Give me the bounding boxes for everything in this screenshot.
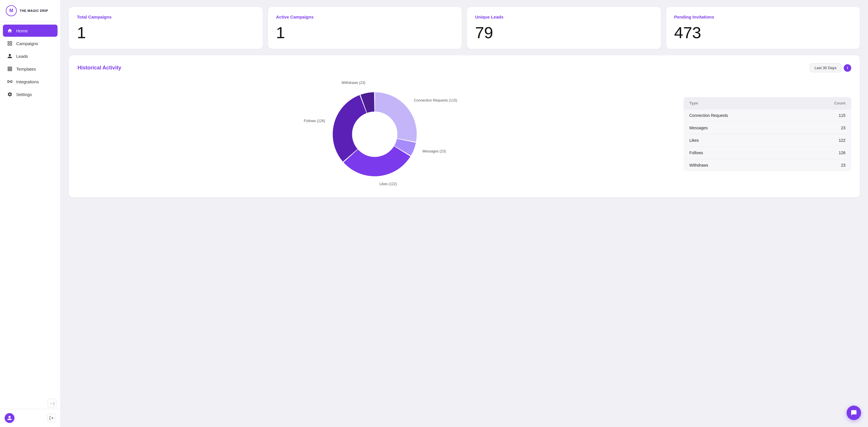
activity-title: Historical Activity [78,65,121,71]
svg-rect-3 [10,44,12,45]
activity-filter: Last 30 Days i [810,63,851,72]
stat-value-active-campaigns: 1 [276,25,454,41]
table-cell-count: 122 [799,134,851,147]
col-header-count: Count [799,97,851,109]
logout-icon[interactable] [47,414,56,422]
donut-label-likes: Likes (122) [379,182,397,186]
sidebar-footer [0,409,60,427]
table-row: Connection Requests115 [684,109,851,122]
filter-button[interactable]: Last 30 Days [810,63,841,72]
col-header-type: Type [684,97,799,109]
sidebar-item-leads-label: Leads [16,54,28,59]
leads-icon [7,53,13,59]
sidebar-logo: M THE MAGIC DRIP [0,0,60,22]
table-cell-type: Likes [684,134,799,147]
historical-activity-card: Historical Activity Last 30 Days i Conne… [69,55,860,197]
sidebar-item-integrations-label: Integrations [16,79,39,84]
svg-rect-8 [11,81,12,83]
activity-table: Type Count Connection Requests115Message… [684,97,851,171]
sidebar-item-home-label: Home [16,28,28,33]
table-cell-count: 23 [799,159,851,172]
svg-point-11 [352,112,397,157]
donut-label-messages: Messages (23) [423,149,446,153]
donut-label-follows: Follows (126) [304,119,325,123]
sidebar-nav: Home Campaigns Leads [0,22,60,409]
table-cell-count: 115 [799,109,851,122]
stat-label-total-campaigns: Total Campaigns [77,14,255,20]
table-row: Follows126 [684,147,851,159]
sidebar-item-home[interactable]: Home [3,25,58,37]
sidebar-item-settings[interactable]: Settings [3,88,58,100]
sidebar-item-templates-label: Templates [16,66,36,71]
table-cell-type: Follows [684,147,799,159]
info-icon[interactable]: i [844,64,851,72]
activity-content: Connection Requests (115)Messages (23)Li… [78,79,851,189]
sidebar-item-settings-label: Settings [16,92,32,97]
svg-rect-1 [10,41,12,43]
logo-icon: M [6,5,17,16]
stat-card-unique-leads: Unique Leads 79 [467,7,661,49]
table-row: Likes122 [684,134,851,147]
stat-value-pending-invitations: 473 [674,25,852,41]
donut-label-connection-requests: Connection Requests (115) [414,98,458,102]
chat-fab-button[interactable] [847,405,861,420]
svg-rect-4 [8,67,12,68]
table-cell-count: 23 [799,122,851,134]
stat-value-total-campaigns: 1 [77,25,255,41]
sidebar-item-campaigns[interactable]: Campaigns [3,37,58,50]
integrations-icon [7,79,13,85]
campaigns-icon [7,40,13,46]
sidebar-item-integrations[interactable]: Integrations [3,75,58,88]
stat-cards: Total Campaigns 1 Active Campaigns 1 Uni… [69,7,860,49]
svg-rect-2 [8,44,9,45]
activity-table-container: Type Count Connection Requests115Message… [684,97,851,171]
donut-chart: Connection Requests (115)Messages (23)Li… [320,79,430,189]
sidebar-item-campaigns-label: Campaigns [16,41,38,46]
svg-rect-0 [8,41,9,43]
donut-chart-area: Connection Requests (115)Messages (23)Li… [78,79,672,189]
stat-label-pending-invitations: Pending Invitations [674,14,852,20]
home-icon [7,28,13,34]
settings-icon [7,91,13,97]
table-cell-type: Withdraws [684,159,799,172]
svg-rect-6 [8,70,12,71]
collapse-sidebar-button[interactable]: ←| [48,399,56,407]
table-row: Withdraws23 [684,159,851,172]
avatar[interactable] [5,413,14,423]
activity-header: Historical Activity Last 30 Days i [78,63,851,72]
templates-icon [7,66,13,72]
table-cell-type: Connection Requests [684,109,799,122]
svg-rect-7 [8,81,9,83]
sidebar-item-leads[interactable]: Leads [3,50,58,62]
app-name: THE MAGIC DRIP [20,9,48,12]
table-row: Messages23 [684,122,851,134]
stat-card-active-campaigns: Active Campaigns 1 [268,7,462,49]
sidebar: M THE MAGIC DRIP Home Campai [0,0,61,427]
svg-rect-5 [8,68,12,69]
stat-card-pending-invitations: Pending Invitations 473 [666,7,860,49]
stat-value-unique-leads: 79 [475,25,653,41]
sidebar-item-templates[interactable]: Templates [3,63,58,75]
main-content: Total Campaigns 1 Active Campaigns 1 Uni… [61,0,868,427]
stat-label-unique-leads: Unique Leads [475,14,653,20]
donut-label-withdraws: Withdraws (23) [341,81,366,85]
stat-label-active-campaigns: Active Campaigns [276,14,454,20]
table-cell-count: 126 [799,147,851,159]
table-cell-type: Messages [684,122,799,134]
stat-card-total-campaigns: Total Campaigns 1 [69,7,263,49]
